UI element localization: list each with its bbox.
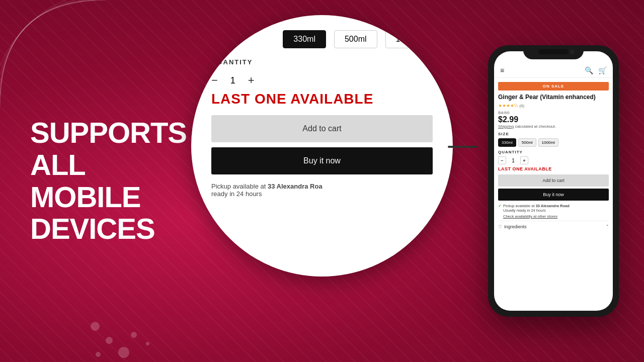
phone-pickup-location: 33 Alexandra Road [536,204,570,208]
phone-pickup-prefix: Pickup available at [503,204,536,208]
mag-size-500ml[interactable]: 500ml [334,30,377,48]
phone-heart-icon: ♡ [498,224,502,229]
phone-size-330ml[interactable]: 330ml [498,138,516,147]
phone-qty-minus[interactable]: − [498,156,506,164]
phone-ingredients-left: ♡ Ingredients [498,224,527,229]
phone-qty-plus[interactable]: + [520,156,528,164]
headline-line3: DEVICES [30,213,155,245]
arc-decoration [0,0,116,116]
phone-old-price: $4.59 [498,110,609,115]
mag-pickup-location: 33 Alexandra Roa [268,183,323,190]
headline-line2: MOBILE [30,180,141,213]
phone-notch-speaker [538,49,569,54]
mag-size-330ml[interactable]: 330ml [283,30,326,48]
phone-menu-icon[interactable]: ≡ [500,66,504,74]
mag-pickup-prefix: Pickup available at [211,183,268,190]
phone-add-to-cart-button[interactable]: Add to cart [498,174,609,187]
phone-cart-icon[interactable]: 🛒 [598,66,607,74]
phone-screen: ≡ 🔍 🛒 ON SALE Ginger & Pear (Vitamin enh… [494,51,613,311]
phone-new-price: $2.99 [498,115,609,124]
phone-product-title: Ginger & Pear (Vitamin enhanced) [498,94,609,101]
mag-quantity-label: QUANTITY [211,58,433,66]
phone-chevron-icon: ˅ [606,224,609,229]
phone-nav-right: 🔍 🛒 [585,66,607,74]
phone-qty-value: 1 [510,158,516,163]
mag-add-to-cart-button[interactable]: Add to cart [211,115,433,142]
phone-product-content: ON SALE Ginger & Pear (Vitamin enhanced)… [494,78,613,311]
mag-quantity-value: 1 [228,75,238,86]
magnifier-overlay: 330ml 500ml 1000ml QUANTITY − 1 + LAST O… [191,15,453,277]
mag-buy-now-button[interactable]: Buy it now [211,147,433,174]
phone-stars: ★★★★½ [498,103,518,108]
mag-qty-minus[interactable]: − [211,74,218,87]
phone-camera [570,49,575,54]
phone-shipping-link[interactable]: Shipping [498,124,514,129]
mag-last-one-label: LAST ONE AVAILABLE [211,91,433,107]
phone-check-availability-link[interactable]: Check availability at other stores [503,214,609,219]
phone-pickup-check-icon: ✓ [498,204,502,208]
phone-last-one: LAST ONE AVAILABLE [498,166,609,171]
phone-buy-now-button[interactable]: Buy it now [498,189,609,201]
mag-qty-plus[interactable]: + [248,74,255,87]
phone-shipping-suffix: calculated at checkout. [515,124,555,129]
phone-size-options: 330ml 500ml 1000ml [498,138,609,147]
phone-search-icon[interactable]: 🔍 [585,66,593,74]
phone-notch [523,45,584,59]
phone-ingredients-row[interactable]: ♡ Ingredients ˅ [498,221,609,231]
phone-pickup-text: ✓ Pickup available at 33 Alexandra Road … [498,204,609,219]
headline-line1: SUPPORTS ALL [30,116,187,181]
mag-pickup-info: Pickup available at 33 Alexandra Roa rea… [211,183,433,198]
mag-pickup-ready: ready in 24 hours [211,190,262,198]
phone-size-label: SIZE [498,132,609,136]
phone-qty-label: QUANTITY [498,150,609,154]
phone-shipping-text: Shipping calculated at checkout. [498,124,609,129]
phone-pickup-ready: Usually ready in 24 hours [503,208,546,213]
phone-review-count: (6) [519,104,524,108]
phone-sale-badge: ON SALE [498,82,609,90]
phone-container: ≡ 🔍 🛒 ON SALE Ginger & Pear (Vitamin enh… [478,15,624,347]
connector-line [448,146,478,148]
phone-pickup-info: Pickup available at 33 Alexandra Road Us… [503,204,609,219]
phone-ingredients-label: Ingredients [504,224,527,229]
phone-size-500ml[interactable]: 500ml [518,138,536,147]
phone-qty-row: − 1 + [498,156,609,164]
mag-quantity-row: − 1 + [211,74,433,87]
phone-shell: ≡ 🔍 🛒 ON SALE Ginger & Pear (Vitamin enh… [488,45,619,317]
phone-size-1000ml[interactable]: 1000ml [538,138,558,147]
